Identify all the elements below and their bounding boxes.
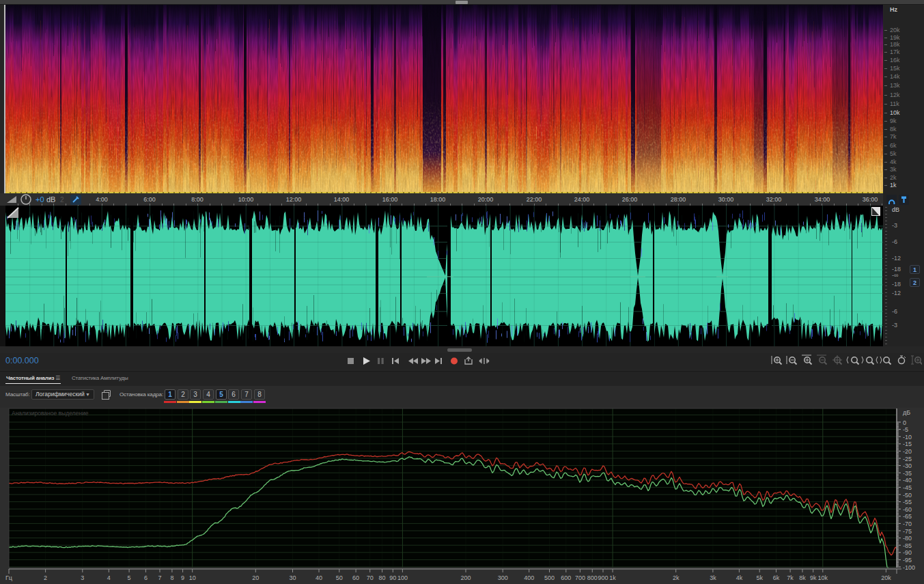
svg-text:-5: -5 [903,426,908,433]
svg-text:6k: 6k [773,574,780,581]
svg-text:8: 8 [170,574,173,581]
svg-text:10: 10 [189,574,196,581]
svg-text:-45: -45 [903,484,912,491]
svg-text:-65: -65 [903,513,912,520]
svg-text:-50: -50 [903,492,912,499]
svg-text:-10: -10 [903,434,912,441]
svg-text:30: 30 [289,574,296,581]
svg-text:50: 50 [336,574,343,581]
svg-text:dB: dB [46,195,55,204]
svg-text:9k: 9k [810,574,817,581]
svg-text:-80: -80 [903,535,912,542]
svg-text:2: 2 [60,196,64,204]
svg-text:700: 700 [575,574,585,581]
svg-text:40: 40 [316,574,322,581]
svg-text:80: 80 [379,574,386,581]
svg-text:-30: -30 [903,462,912,469]
svg-text:10k: 10k [818,574,828,581]
svg-text:Анализированое выделение: Анализированое выделение [12,410,89,417]
svg-text:Гц: Гц [5,574,12,581]
svg-text:5: 5 [128,574,131,581]
svg-text:-15: -15 [903,441,912,447]
svg-text:1k: 1k [609,574,616,581]
svg-text:8k: 8k [799,574,806,581]
svg-text:9: 9 [181,574,184,581]
svg-text:300: 300 [498,574,508,581]
svg-text:3: 3 [81,574,84,581]
svg-text:90: 90 [389,574,396,581]
svg-text:+0: +0 [36,195,44,204]
svg-text:6: 6 [144,574,148,581]
svg-text:-40: -40 [903,477,912,484]
svg-text:-95: -95 [903,557,912,564]
svg-text:3k: 3k [710,574,716,581]
svg-text:4k: 4k [736,574,743,581]
svg-text:7k: 7k [787,574,794,581]
svg-text:0: 0 [903,419,906,426]
svg-text:20k: 20k [881,574,891,581]
svg-text:-85: -85 [903,542,912,549]
svg-text:-60: -60 [903,506,912,513]
svg-text:-25: -25 [903,456,912,462]
svg-text:600: 600 [561,574,571,581]
svg-text:800: 800 [587,574,598,581]
svg-text:100: 100 [397,574,408,581]
svg-text:200: 200 [460,574,471,581]
svg-text:70: 70 [367,574,374,581]
svg-text:5k: 5k [756,574,763,581]
svg-text:-70: -70 [903,520,912,527]
svg-text:-55: -55 [903,499,912,505]
svg-text:-35: -35 [903,470,912,477]
svg-text:-20: -20 [903,448,912,455]
svg-text:4: 4 [107,574,111,581]
svg-text:-100: -100 [903,564,915,571]
svg-text:20: 20 [252,574,259,581]
svg-text:дБ: дБ [903,409,910,416]
svg-text:2: 2 [44,574,47,581]
svg-text:2k: 2k [673,574,680,581]
svg-text:7: 7 [158,574,161,581]
svg-text:500: 500 [544,574,555,581]
svg-text:900: 900 [598,574,608,581]
svg-text:-90: -90 [903,549,912,556]
svg-text:60: 60 [352,574,359,581]
svg-text:-75: -75 [903,528,912,535]
svg-text:400: 400 [524,574,534,581]
